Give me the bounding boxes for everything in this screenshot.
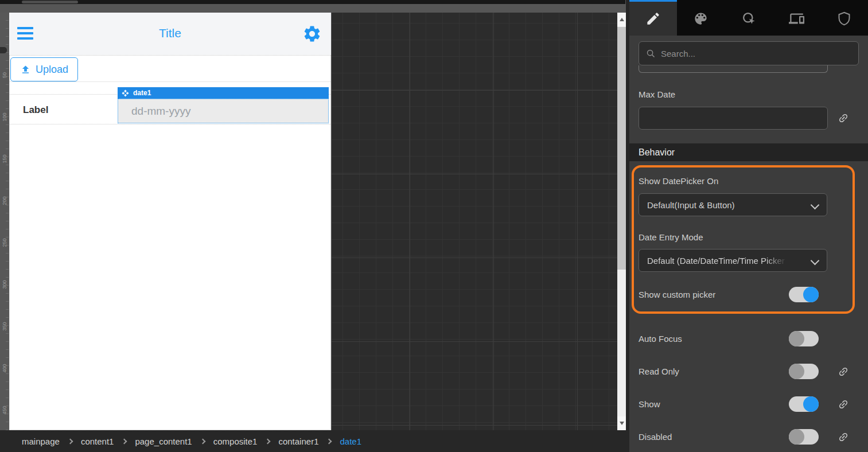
ruler-mark: 50: [2, 69, 7, 81]
breadcrumb-item-composite1[interactable]: composite1: [213, 437, 258, 446]
cursor-click-icon: [741, 11, 757, 26]
page-content-region[interactable]: Upload Label date1 dd-mm-yyyy: [9, 55, 331, 430]
max-date-label: Max Date: [639, 89, 859, 99]
clipped-previous-input: [639, 65, 828, 73]
ruler-mark: 400: [2, 362, 7, 375]
read-only-toggle[interactable]: [789, 364, 819, 379]
search-input[interactable]: Search...: [639, 41, 859, 65]
ruler-mark: 250: [2, 236, 7, 249]
search-placeholder: Search...: [661, 49, 695, 59]
form-row[interactable]: Label date1 dd-mm-yyyy: [10, 94, 330, 124]
scroll-up-button[interactable]: [617, 13, 626, 26]
bind-link-icon[interactable]: [838, 112, 849, 124]
ruler-guide-handle: [0, 47, 7, 53]
vertical-scrollbar-thumb[interactable]: [617, 27, 626, 270]
upload-button-label: Upload: [36, 64, 68, 76]
chevron-right-icon: [265, 439, 271, 445]
devices-icon: [789, 11, 804, 26]
mobile-app-header[interactable]: Title: [9, 13, 331, 55]
date-placeholder: dd-mm-yyyy: [131, 105, 190, 118]
disabled-row: Disabled: [639, 429, 859, 445]
disabled-toggle[interactable]: [789, 429, 819, 445]
toggle-knob: [789, 364, 804, 379]
breadcrumb-item-content1[interactable]: content1: [81, 437, 114, 446]
chevron-right-icon: [122, 439, 127, 445]
date-input-widget[interactable]: dd-mm-yyyy: [118, 99, 329, 123]
page-canvas[interactable]: Title Upload Label date1 dd-mm-yyyy: [9, 13, 331, 430]
bind-link-icon[interactable]: [838, 431, 849, 443]
breadcrumb-item-mainpage[interactable]: mainpage: [22, 437, 60, 446]
breadcrumb: mainpage content1 page_content1 composit…: [0, 430, 629, 452]
vertical-scrollbar[interactable]: [617, 13, 626, 430]
tab-security[interactable]: [820, 0, 868, 36]
gear-icon[interactable]: [302, 24, 322, 44]
form-label: Label: [23, 104, 48, 116]
move-icon: [122, 89, 129, 97]
ruler-mark: 150: [2, 153, 7, 165]
max-date-row: [639, 107, 859, 130]
scroll-down-button[interactable]: [617, 416, 626, 430]
panel-tabbar: [629, 0, 868, 36]
auto-focus-row: Auto Focus: [639, 331, 859, 346]
bind-link-icon[interactable]: [838, 399, 849, 410]
auto-focus-toggle[interactable]: [789, 331, 819, 346]
show-toggle[interactable]: [789, 396, 819, 412]
show-datepicker-on-label: Show DatePicker On: [639, 176, 827, 186]
upload-icon: [20, 64, 31, 75]
date-entry-mode-label: Date Entry Mode: [639, 232, 827, 242]
palette-icon: [693, 11, 709, 26]
show-label: Show: [639, 399, 789, 409]
tab-devices[interactable]: [773, 0, 820, 36]
show-datepicker-on-value: Default(Input & Button): [647, 200, 735, 210]
bind-link-icon[interactable]: [838, 366, 849, 377]
pencil-icon: [645, 11, 661, 26]
toggle-knob: [789, 429, 804, 445]
read-only-label: Read Only: [639, 367, 789, 376]
chevron-right-icon: [326, 439, 332, 445]
selected-widget-name: date1: [133, 89, 151, 97]
show-custom-picker-row: Show custom picker: [639, 287, 827, 302]
disabled-label: Disabled: [639, 432, 789, 442]
breadcrumb-item-date1[interactable]: date1: [340, 437, 361, 446]
read-only-row: Read Only: [639, 364, 859, 379]
ruler-mark: 200: [2, 194, 7, 207]
ruler-mark: 300: [2, 278, 7, 291]
breadcrumb-item-page-content1[interactable]: page_content1: [135, 437, 192, 446]
highlighted-behavior-group: Show DatePicker On Default(Input & Butto…: [632, 165, 855, 314]
tab-properties[interactable]: [629, 0, 677, 36]
selected-widget-tag[interactable]: date1: [118, 87, 329, 99]
show-row: Show: [639, 396, 859, 412]
upload-button[interactable]: Upload: [10, 57, 78, 81]
properties-panel: Search... Max Date Behavior Show DatePic…: [629, 0, 868, 452]
max-date-input[interactable]: [639, 107, 828, 130]
date-entry-mode-select[interactable]: Default (Date/DateTime/Time Picker a: [639, 249, 827, 272]
chevron-right-icon: [67, 439, 73, 445]
toggle-knob: [789, 331, 804, 346]
ruler-mark: 100: [2, 111, 7, 123]
tab-styles[interactable]: [677, 0, 725, 36]
toggle-knob: [803, 287, 819, 302]
show-datepicker-on-select[interactable]: Default(Input & Button): [639, 193, 827, 216]
chevron-right-icon: [200, 439, 205, 445]
tab-interactions[interactable]: [725, 0, 772, 36]
row-divider: [10, 81, 330, 82]
horizontal-scrollbar[interactable]: [0, 0, 625, 4]
ruler-mark: 450: [2, 404, 7, 416]
workspace-grid: [332, 13, 617, 430]
page-title: Title: [9, 26, 331, 40]
show-custom-picker-toggle[interactable]: [789, 287, 819, 302]
search-band: Search...: [629, 36, 868, 65]
design-canvas-area: 50 100 150 200 250 300 350 400 450 Title…: [0, 0, 629, 452]
date-entry-mode-value: Default (Date/DateTime/Time Picker a: [647, 256, 792, 266]
show-custom-picker-label: Show custom picker: [639, 290, 789, 299]
breadcrumb-item-container1[interactable]: container1: [278, 437, 318, 446]
toggle-knob: [803, 396, 819, 412]
shield-icon: [836, 11, 852, 26]
auto-focus-label: Auto Focus: [639, 334, 789, 344]
behavior-section-header: Behavior: [629, 143, 868, 161]
vertical-ruler: 50 100 150 200 250 300 350 400 450: [0, 13, 9, 430]
ruler-mark: 350: [2, 320, 7, 333]
search-icon: [646, 49, 656, 59]
horizontal-scrollbar-thumb[interactable]: [22, 1, 78, 3]
